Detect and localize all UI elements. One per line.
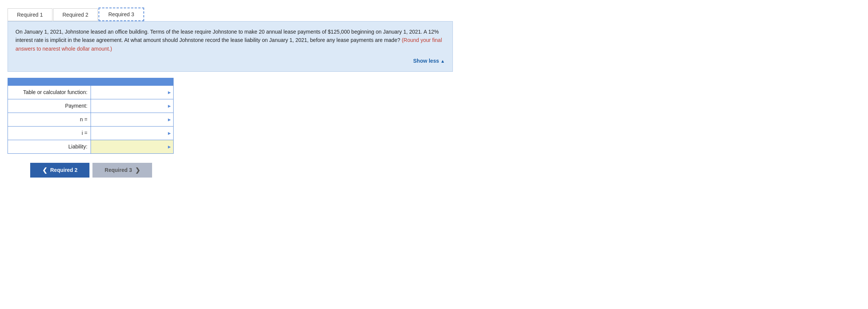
- input-n-field[interactable]: [91, 113, 173, 126]
- table-row-i: i =: [8, 126, 174, 140]
- calc-table-section: Table or calculator function: Payment: n…: [8, 78, 174, 154]
- table-row-payment: Payment:: [8, 99, 174, 113]
- label-liability: Liability:: [8, 140, 91, 153]
- prev-chevron-icon: ❮: [42, 167, 47, 174]
- table-header-row: [8, 78, 174, 85]
- next-button-label: Required 3: [105, 167, 132, 173]
- next-button[interactable]: Required 3 ❯: [92, 163, 152, 178]
- label-i: i =: [8, 126, 91, 140]
- input-i[interactable]: [91, 126, 173, 140]
- tab-required-3[interactable]: Required 3: [98, 8, 144, 21]
- table-row-n: n =: [8, 113, 174, 126]
- input-n[interactable]: [91, 113, 173, 126]
- table-row-liability: Liability:: [8, 140, 174, 153]
- label-n: n =: [8, 113, 91, 126]
- input-liability[interactable]: [91, 140, 173, 153]
- header-left-cell: [8, 78, 91, 85]
- prev-button[interactable]: ❮ Required 2: [30, 163, 89, 178]
- input-payment-field[interactable]: [91, 99, 173, 113]
- input-function-field[interactable]: [91, 86, 173, 99]
- prev-button-label: Required 2: [50, 167, 77, 173]
- label-function: Table or calculator function:: [8, 85, 91, 99]
- input-liability-field[interactable]: [91, 140, 173, 153]
- calc-table: Table or calculator function: Payment: n…: [8, 78, 174, 154]
- next-chevron-icon: ❯: [135, 167, 140, 174]
- tab-required-1[interactable]: Required 1: [8, 8, 52, 21]
- header-right-cell: [91, 78, 173, 85]
- label-payment: Payment:: [8, 99, 91, 113]
- show-less-arrow-icon: ▲: [440, 59, 445, 64]
- tabs-container: Required 1 Required 2 Required 3: [8, 8, 860, 21]
- input-i-field[interactable]: [91, 127, 173, 140]
- table-row-function: Table or calculator function:: [8, 85, 174, 99]
- input-payment[interactable]: [91, 99, 173, 113]
- tab-required-2[interactable]: Required 2: [53, 8, 98, 21]
- input-function[interactable]: [91, 85, 173, 99]
- info-box: On January 1, 2021, Johnstone leased an …: [8, 21, 453, 72]
- info-text-main: On January 1, 2021, Johnstone leased an …: [15, 29, 439, 43]
- nav-buttons: ❮ Required 2 Required 3 ❯: [30, 163, 860, 178]
- show-less-label: Show less: [413, 58, 439, 64]
- show-less-button[interactable]: Show less ▲: [15, 57, 445, 65]
